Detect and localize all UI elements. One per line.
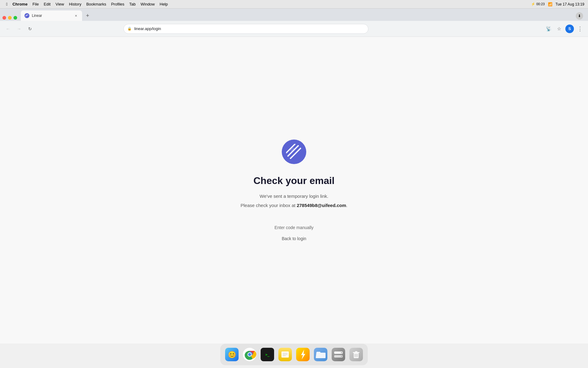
address-bar: ← → ↻ 🔒 linear.app/login 📡 ☆ S ⋮ [0,21,588,37]
dock: 😊 >_ [220,343,368,366]
bookmark-icon[interactable]: ☆ [555,25,564,33]
linear-logo [282,140,306,164]
back-to-login-link[interactable]: Back to login [282,236,306,241]
svg-point-21 [341,352,342,353]
dock-notes[interactable] [277,347,293,362]
maximize-window-button[interactable] [13,16,17,20]
cast-icon[interactable]: 📡 [545,25,553,33]
menubar:  Chrome File Edit View History Bookmark… [0,0,588,9]
forward-button[interactable]: → [15,25,23,33]
tab-title: Linear [32,13,71,18]
extension-icon[interactable]: ⬇ [576,12,583,20]
svg-point-9 [248,353,251,356]
login-card: Check your email We've sent a temporary … [241,140,348,241]
history-menu[interactable]: History [66,1,84,7]
menubar-right: ⚡ 00:23 📶 Tue 17 Aug 13:19 [531,2,584,6]
email-message-line2: Please check your inbox at 278549b8@uife… [241,202,348,209]
profiles-menu[interactable]: Profiles [109,1,127,7]
lock-icon: 🔒 [127,27,132,31]
close-window-button[interactable] [2,16,6,20]
minimize-window-button[interactable] [8,16,12,20]
svg-point-22 [341,356,342,357]
toolbar-right: 📡 ☆ S ⋮ [545,25,584,33]
bookmarks-menu[interactable]: Bookmarks [84,1,109,7]
chrome-menu[interactable]: Chrome [10,1,30,7]
tab-bar: Linear ✕ + ⬇ [0,9,588,21]
svg-rect-18 [332,348,345,361]
page-heading: Check your email [253,175,334,186]
svg-rect-25 [353,352,360,353]
window-menu[interactable]: Window [138,1,157,7]
svg-point-1 [286,144,302,160]
apple-menu[interactable]:  [4,1,10,7]
email-address: 278549b8@uifeed.com [297,203,346,208]
dock-storage[interactable] [330,347,346,362]
time-display: Tue 17 Aug 13:19 [556,2,584,6]
tab-close-button[interactable]: ✕ [74,13,78,18]
url-text: linear.app/login [134,26,161,31]
dock-finder[interactable]: 😊 [224,347,240,362]
enter-code-link[interactable]: Enter code manually [274,225,314,230]
tab-favicon [24,13,29,18]
file-menu[interactable]: File [30,1,41,7]
chrome-window: Linear ✕ + ⬇ ← → ↻ 🔒 linear.app/login 📡 … [0,9,588,343]
url-bar[interactable]: 🔒 linear.app/login [123,24,368,34]
page-content: Check your email We've sent a temporary … [0,37,588,343]
dock-folder[interactable] [313,347,329,362]
menu-button[interactable]: ⋮ [576,25,584,33]
view-menu[interactable]: View [53,1,66,7]
svg-rect-26 [355,351,357,352]
reload-button[interactable]: ↻ [26,25,34,33]
dock-reeder[interactable] [295,347,311,362]
back-button[interactable]: ← [4,25,12,33]
help-menu[interactable]: Help [157,1,170,7]
email-message-line1: We've sent a temporary login link. [260,193,328,200]
profile-button[interactable]: S [565,25,574,33]
wifi-icon: 📶 [548,2,552,6]
dock-chrome[interactable] [242,347,258,362]
new-tab-button[interactable]: + [83,11,92,20]
edit-menu[interactable]: Edit [41,1,53,7]
dock-trash[interactable] [348,347,364,362]
dock-terminal[interactable]: >_ [259,347,275,362]
active-tab[interactable]: Linear ✕ [21,10,82,21]
battery-indicator: ⚡ 00:23 [531,2,545,6]
svg-text:😊: 😊 [228,351,236,359]
tab-menu[interactable]: Tab [127,1,138,7]
